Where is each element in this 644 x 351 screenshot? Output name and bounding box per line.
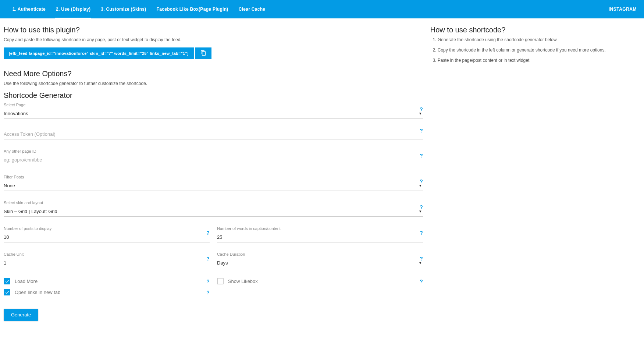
field-num-words: Number of words in caption/content ?	[217, 226, 423, 242]
generate-button[interactable]: Generate	[4, 309, 38, 321]
label-other-page-id: Any other page ID	[4, 149, 423, 153]
label-new-tab: Open links in new tab	[15, 290, 60, 295]
label-cache-duration: Cache Duration	[217, 252, 423, 256]
tab-customize-skins[interactable]: 3. Customize (Skins)	[96, 0, 151, 18]
checkbox-new-tab[interactable]	[4, 289, 10, 295]
access-token-input[interactable]	[4, 128, 423, 139]
field-other-page-id: Any other page ID ?	[4, 149, 423, 165]
shortcode-text: [efb_feed fanpage_id="innovationforce" s…	[4, 47, 194, 59]
copy-button[interactable]	[195, 47, 211, 59]
checkbox-row-show-likebox: Show Likebox ?	[217, 278, 423, 284]
field-filter-posts: Filter Posts ? None	[4, 175, 423, 191]
tab-authenticate[interactable]: 1. Authenticate	[7, 0, 51, 18]
checkbox-show-likebox[interactable]	[217, 278, 224, 284]
checkbox-load-more[interactable]	[4, 278, 10, 284]
field-num-posts: Number of posts to display ?	[4, 226, 210, 242]
howto-item: Generate the shortcode using the shortco…	[438, 37, 640, 42]
desc-how-to-use: Copy and paste the following shortcode i…	[4, 37, 423, 42]
right-column: How to use shortcode? Generate the short…	[430, 22, 640, 321]
label-show-likebox: Show Likebox	[228, 279, 258, 284]
tab-facebook-like-box[interactable]: Facebook Like Box(Page Plugin)	[152, 0, 234, 18]
howto-item: Copy the shortcode in the left column or…	[438, 47, 640, 53]
tab-items: 1. Authenticate 2. Use (Display) 3. Cust…	[7, 0, 609, 18]
label-load-more: Load More	[15, 279, 38, 284]
checkbox-row-load-more: Load More ?	[4, 278, 210, 284]
help-icon[interactable]: ?	[206, 230, 210, 236]
help-icon[interactable]: ?	[206, 290, 210, 295]
other-page-id-input[interactable]	[4, 154, 423, 165]
help-icon[interactable]: ?	[206, 279, 210, 284]
label-select-page: Select Page	[4, 103, 423, 107]
select-page[interactable]: Innovations	[4, 108, 423, 119]
label-num-words: Number of words in caption/content	[217, 226, 423, 231]
label-num-posts: Number of posts to display	[4, 226, 210, 231]
num-words-input[interactable]	[217, 231, 423, 242]
help-icon[interactable]: ?	[420, 153, 423, 159]
heading-how-to-use: How to use this plugin?	[4, 26, 423, 34]
howto-list: Generate the shortcode using the shortco…	[430, 37, 640, 63]
desc-need-more: Use the following shortcode generator to…	[4, 81, 423, 86]
label-filter-posts: Filter Posts	[4, 175, 423, 179]
heading-need-more: Need More Options?	[4, 70, 423, 78]
howto-item: Paste in the page/post content or in tex…	[438, 58, 640, 63]
field-access-token: ?	[4, 128, 423, 139]
instagram-link[interactable]: INSTAGRAM	[609, 7, 637, 12]
heading-shortcode-generator: Shortcode Generator	[4, 91, 423, 100]
help-icon[interactable]: ?	[420, 279, 423, 284]
filter-posts-select[interactable]: None	[4, 180, 423, 191]
left-column: How to use this plugin? Copy and paste t…	[4, 22, 423, 321]
copy-icon	[200, 50, 206, 57]
help-icon[interactable]: ?	[420, 128, 423, 134]
help-icon[interactable]: ?	[206, 256, 210, 262]
num-posts-input[interactable]	[4, 231, 210, 242]
tab-bar: 1. Authenticate 2. Use (Display) 3. Cust…	[0, 0, 644, 18]
label-cache-unit: Cache Unit	[4, 252, 210, 256]
shortcode-box: [efb_feed fanpage_id="innovationforce" s…	[4, 47, 211, 59]
checkbox-row-new-tab: Open links in new tab ?	[4, 289, 210, 295]
label-skin-layout: Select skin and layout	[4, 201, 423, 205]
field-select-page: Select Page ? Innovations	[4, 103, 423, 119]
heading-how-to-shortcode: How to use shortcode?	[430, 26, 640, 34]
field-cache-unit: Cache Unit ?	[4, 252, 210, 268]
field-cache-duration: Cache Duration ? Days	[217, 252, 423, 268]
cache-duration-select[interactable]: Days	[217, 257, 423, 268]
cache-unit-input[interactable]	[4, 257, 210, 268]
tab-clear-cache[interactable]: Clear Cache	[234, 0, 271, 18]
field-skin-layout: Select skin and layout ? Skin – Grid | L…	[4, 201, 423, 217]
skin-layout-select[interactable]: Skin – Grid | Layout: Grid	[4, 206, 423, 217]
help-icon[interactable]: ?	[420, 230, 423, 236]
tab-use-display[interactable]: 2. Use (Display)	[51, 0, 96, 18]
